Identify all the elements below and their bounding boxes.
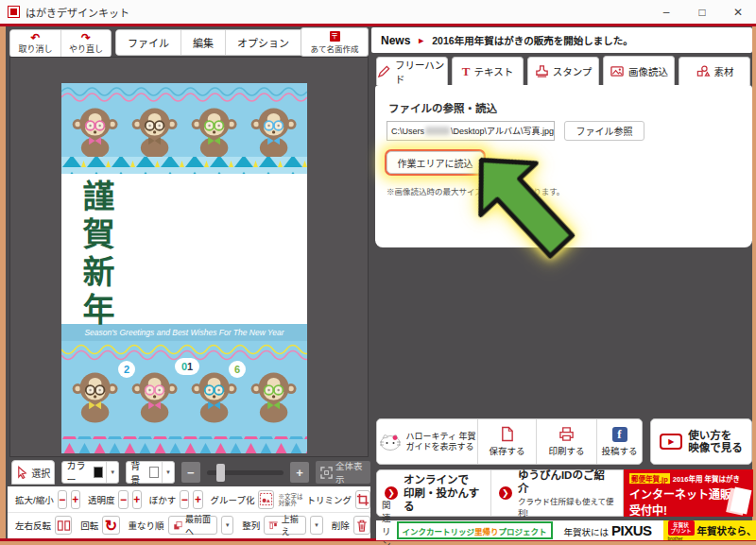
select-tool-button[interactable]: 選択 — [11, 460, 55, 485]
postcard-preview[interactable]: 謹賀新年 Season's Greetings and Best Wishes … — [61, 83, 307, 453]
close-button[interactable]: ✕ — [720, 0, 756, 24]
app-icon — [8, 6, 20, 18]
zoom-slider[interactable] — [207, 470, 284, 475]
address-card-icon: 〒 — [330, 31, 340, 42]
news-arrow-icon: ► — [417, 36, 425, 45]
menu-edit[interactable]: 編集 — [180, 30, 225, 55]
nenga-print-badge: 年賀状プリント brother — [668, 520, 695, 541]
facebook-icon: f — [612, 427, 627, 442]
how-to-video-button[interactable]: ▶ 使い方を映像で見る — [650, 418, 752, 465]
color-swatch-black — [94, 467, 103, 478]
zoom-slider-thumb[interactable] — [216, 464, 225, 482]
fit-view-button[interactable]: 全体表示 — [316, 461, 370, 484]
group-button[interactable] — [258, 490, 274, 509]
pixus-banner[interactable]: 年賀状には PIXUS — [558, 522, 658, 538]
zoom-in-button[interactable]: + — [290, 462, 309, 483]
align-caret-button[interactable]: ▼ — [310, 516, 322, 535]
cursor-icon — [16, 466, 28, 479]
tab-stamp[interactable]: スタンプ — [527, 57, 599, 85]
undo-button[interactable]: ↶ 取り消し — [10, 30, 60, 57]
undo-icon: ↶ — [30, 33, 40, 43]
redo-button[interactable]: ↷ やり直し — [60, 30, 111, 57]
yubin-id-link[interactable]: ❯ ゆうびんIDのご紹介 クラウド住所録も使えて便利! — [490, 470, 623, 516]
canvas-toolbar-panel: 拡大/縮小 − + 透明度 − + ぼかす − + グループ化 ※文字は対象外 … — [8, 486, 370, 538]
opacity-minus-button[interactable]: − — [118, 490, 128, 509]
kitty-guide-button[interactable]: ハローキティ 年賀ガイドを表示する — [377, 419, 477, 464]
brother-banner[interactable]: 年賀状プリント brother 年賀状なら、ブラザー。 — [663, 520, 756, 540]
undo-redo-group: ↶ 取り消し ↷ やり直し — [9, 29, 112, 58]
tab-image-load[interactable]: 画像読込 — [603, 56, 675, 85]
opacity-plus-button[interactable]: + — [132, 490, 142, 509]
load-to-workarea-button[interactable]: 作業エリアに読込 — [387, 151, 484, 174]
blur-minus-button[interactable]: − — [180, 490, 189, 509]
menu-file[interactable]: ファイル — [116, 30, 180, 55]
postcard-graphic — [730, 486, 751, 514]
address-side-label: あて名面作成 — [311, 43, 359, 54]
titlebar-divider — [0, 24, 756, 26]
tab-material[interactable]: 素材 — [679, 57, 750, 85]
zoom-out-button[interactable]: − — [181, 462, 200, 483]
color-label: カラー — [62, 458, 94, 486]
brother-label: 年賀状なら、ブラザー。 — [697, 523, 756, 537]
year-bubble-2: 2 — [118, 361, 135, 378]
scale-plus-button[interactable]: + — [71, 490, 80, 509]
crop-button[interactable] — [355, 490, 370, 509]
align-label: 整列 — [242, 519, 260, 532]
chevron-down-icon[interactable]: ▼ — [162, 462, 174, 483]
blur-label: ぼかす — [149, 493, 177, 506]
save-button[interactable]: 保存する — [477, 419, 536, 464]
background-dropdown[interactable]: 背景 ▼ — [126, 461, 175, 484]
news-message[interactable]: 2016年用年賀はがきの販売を開始しました。 — [432, 33, 632, 47]
chevron-down-icon[interactable]: ▼ — [106, 462, 118, 483]
align-top-label: 上揃え — [282, 513, 302, 537]
menu-option[interactable]: オプション — [225, 30, 301, 55]
adjust-row: 拡大/縮小 − + 透明度 − + ぼかす − + グループ化 ※文字は対象外 … — [8, 486, 370, 512]
rotate-button[interactable]: ↻ — [102, 516, 119, 535]
undo-label: 取り消し — [18, 43, 52, 55]
app-window: はがきデザインキット – □ ✕ ↶ 取り消し ↷ やり直し ファイル 編集 オ… — [0, 0, 756, 545]
online-print-link[interactable]: ❯ オンラインで印刷・投かんする — [377, 470, 490, 516]
fit-view-label: 全体表示 — [335, 459, 366, 485]
tab-freehand-label: フリーハンド — [395, 58, 447, 86]
year-bubble-01: 01 — [175, 358, 199, 375]
blur-plus-button[interactable]: + — [193, 490, 202, 509]
ink-cartridge-banner[interactable]: インクカートリッジ里帰りプロジェクト — [397, 521, 553, 539]
file-browse-button[interactable]: ファイル参照 — [564, 121, 644, 141]
group-note: ※文字は対象外 — [278, 493, 302, 506]
minimize-button[interactable]: – — [648, 0, 684, 24]
text-icon: T — [462, 65, 471, 77]
nenga-shop-banner[interactable]: 郵便年賀.jp 2016年用 年賀はがき インターネット通販 受付中! — [624, 469, 753, 517]
window-frame-right — [752, 26, 756, 545]
tab-text[interactable]: T テキスト — [452, 57, 524, 85]
address-side-button[interactable]: 〒 あて名面作成 — [301, 27, 369, 57]
arrange-row: 左右反転 回転 ↻ 重なり順 最前面へ ▼ 整列 上揃え ▼ 削除 — [8, 512, 370, 537]
color-dropdown[interactable]: カラー ▼ — [61, 461, 119, 484]
max-size-note: ※画像読込時の最大サイズは4000pxになります。 — [387, 185, 564, 196]
kitty-guide-label: ハローキティ 年賀ガイドを表示する — [406, 432, 476, 452]
file-path-input[interactable]: C:\Users \Desktop\アルバム\写真.jpg — [387, 121, 555, 141]
trash-button[interactable] — [353, 516, 370, 535]
tab-material-label: 素材 — [714, 64, 734, 78]
nenga-brand-badge: 郵便年賀.jp — [629, 473, 670, 484]
news-label: News — [381, 34, 410, 47]
post-button[interactable]: f 投稿する — [596, 419, 642, 464]
image-load-panel: ファイルの参照・読込 C:\Users \Desktop\アルバム\写真.jpg… — [375, 85, 752, 247]
order-front-dropdown[interactable]: 最前面へ — [168, 516, 217, 535]
pixus-pre-label: 年賀状には — [564, 525, 610, 538]
rotate-label: 回転 — [80, 519, 98, 532]
align-top-dropdown[interactable]: 上揃え — [264, 516, 306, 535]
flip-horizontal-button[interactable] — [55, 516, 72, 535]
go-arrow-icon: ❯ — [499, 486, 512, 500]
maximize-button[interactable]: □ — [684, 0, 720, 24]
scale-minus-button[interactable]: − — [58, 490, 67, 509]
expand-corners-icon — [320, 467, 333, 479]
print-button[interactable]: 印刷する — [536, 419, 596, 464]
select-tool-label: 選択 — [31, 466, 50, 480]
order-caret-button[interactable]: ▼ — [221, 516, 233, 535]
hello-kitty-icon — [379, 433, 402, 451]
order-front-label: 最前面へ — [185, 513, 213, 537]
pencil-icon — [377, 64, 391, 78]
stamp-icon — [535, 64, 549, 78]
postcard-greeting-en: Season's Greetings and Best Wishes For T… — [61, 325, 307, 341]
tab-freehand[interactable]: フリーハンド — [376, 57, 448, 85]
